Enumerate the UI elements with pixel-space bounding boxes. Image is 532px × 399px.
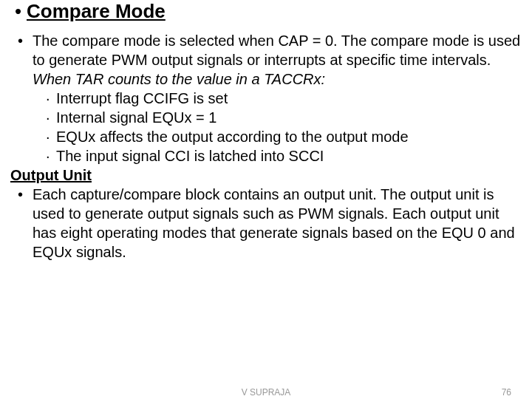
p1-part-b: When TAR counts to the value in a TACCRx… xyxy=(33,71,325,87)
slide-body: • Compare Mode • The compare mode is sel… xyxy=(0,0,532,262)
footer-page-number: 76 xyxy=(502,387,511,398)
title-bullet: • Compare Mode xyxy=(10,0,522,22)
sub-item-text: EQUx affects the output according to the… xyxy=(56,127,409,146)
p1-part-a: The compare mode is selected when CAP = … xyxy=(33,33,520,68)
slide: • Compare Mode • The compare mode is sel… xyxy=(0,0,532,399)
sub-item: · Internal signal EQUx = 1 xyxy=(10,108,522,127)
sub-item: · EQUx affects the output according to t… xyxy=(10,127,522,146)
sub-item-text: Internal signal EQUx = 1 xyxy=(56,108,216,127)
footer-author: V SUPRAJA xyxy=(242,387,291,398)
dot-marker: · xyxy=(46,108,56,127)
section-heading: Output Unit xyxy=(10,166,522,185)
bullet-marker: • xyxy=(10,0,27,22)
bullet-marker: • xyxy=(10,185,33,262)
sub-item-text: Interrupt flag CCIFG is set xyxy=(56,89,228,108)
title-text: Compare Mode xyxy=(27,0,166,22)
paragraph-1-text: The compare mode is selected when CAP = … xyxy=(33,31,522,89)
dot-marker: · xyxy=(46,89,56,108)
paragraph-2: • Each capture/compare block contains an… xyxy=(10,185,522,262)
bullet-marker: • xyxy=(10,31,33,89)
dot-marker: · xyxy=(46,146,56,166)
sub-item: · Interrupt flag CCIFG is set xyxy=(10,89,522,108)
paragraph-1: • The compare mode is selected when CAP … xyxy=(10,31,522,89)
paragraph-2-text: Each capture/compare block contains an o… xyxy=(33,185,522,262)
sub-item-text: The input signal CCI is latched into SCC… xyxy=(56,146,324,166)
sub-item: · The input signal CCI is latched into S… xyxy=(10,146,522,166)
dot-marker: · xyxy=(46,127,56,146)
